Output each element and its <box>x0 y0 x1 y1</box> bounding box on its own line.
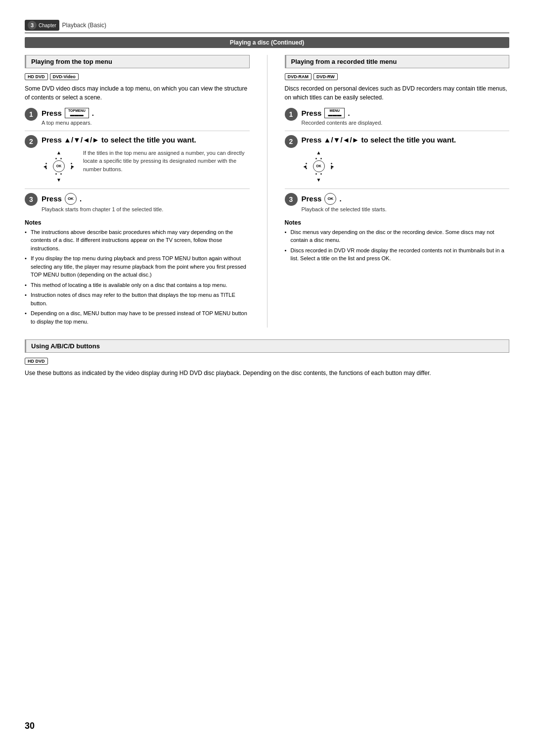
dpad-dot-3 <box>55 173 57 175</box>
step-3-press-word: Press <box>42 194 62 203</box>
left-intro: Some DVD video discs may include a top m… <box>25 84 250 102</box>
right-step-3-period: . <box>339 194 341 203</box>
badge-hd-dvd-bottom: HD DVD <box>25 358 48 365</box>
right-step-2: 2 Press ▲/▼/◄/► to select the title you … <box>285 135 510 184</box>
left-step-2: 2 Press ▲/▼/◄/► to select the title you … <box>25 135 250 184</box>
chapter-label: Chapter <box>39 23 56 28</box>
right-step-num-3: 3 <box>285 193 298 206</box>
right-intro: Discs recorded on personal devices such … <box>285 84 510 102</box>
right-notes-list: Disc menus vary depending on the disc or… <box>285 228 510 263</box>
right-badges: DVD-RAM DVD-RW <box>285 73 510 80</box>
right-dpad-dot-7 <box>331 163 332 164</box>
step-3-ok-button: OK <box>65 193 77 205</box>
bottom-text: Use these buttons as indicated by the vi… <box>25 369 509 378</box>
dpad-diagram: ▲ ▼ ◄ ► OK <box>42 149 76 184</box>
right-dpad-dot-4 <box>320 173 322 175</box>
step-1-press-word: Press <box>42 109 62 117</box>
dpad-dot-1 <box>55 158 57 159</box>
right-notes: Notes Disc menus vary depending on the d… <box>285 219 510 263</box>
dpad-dot-7 <box>71 163 72 164</box>
right-dpad-up: ▲ <box>316 150 321 155</box>
dpad-dot-8 <box>71 168 72 169</box>
chapter-header: 3 Chapter Playback (Basic) <box>25 20 509 33</box>
step-3-content: Press OK . Playback starts from chapter … <box>42 193 250 212</box>
step-1-subtitle: A top menu appears. <box>42 120 250 126</box>
step-3-period: . <box>80 194 82 203</box>
column-divider <box>267 55 267 328</box>
right-step-3-press-word: Press <box>302 194 322 203</box>
badge-dvd-rw: DVD-RW <box>313 73 338 80</box>
step-2-dpad-container: ▲ ▼ ◄ ► OK If <box>42 149 250 184</box>
page-section-title: Playing a disc (Continued) <box>25 37 509 48</box>
right-dpad-dot-6 <box>306 168 307 169</box>
step-3-subtitle: Playback starts from chapter 1 of the se… <box>42 206 250 212</box>
left-badges: HD DVD DVD-Video <box>25 73 250 80</box>
step-num-1: 1 <box>25 108 38 121</box>
right-dpad-dot-2 <box>320 158 322 159</box>
dpad-ok-button: OK <box>53 160 65 172</box>
right-note-1: Disc menus vary depending on the disc or… <box>285 228 510 244</box>
left-notes-title: Notes <box>25 219 250 226</box>
right-dpad-ok: OK <box>313 160 325 172</box>
right-dpad-diagram: ▲ ▼ ◄ ► OK <box>302 149 336 184</box>
right-step-3-subtitle: Playback of the selected title starts. <box>302 206 510 212</box>
page-number: 30 <box>25 721 35 731</box>
left-column: Playing from the top menu HD DVD DVD-Vid… <box>25 55 250 328</box>
right-step-3-ok-button: OK <box>324 193 336 205</box>
step-1-button: TOPMENU ▬▬▬ <box>65 108 89 118</box>
dpad-dot-5 <box>45 163 47 164</box>
dpad-up-arrow: ▲ <box>56 150 61 155</box>
left-notes: Notes The instructions above describe ba… <box>25 219 250 326</box>
left-heading: Playing from the top menu <box>25 55 250 68</box>
badge-hd-dvd: HD DVD <box>25 73 48 80</box>
right-dpad-down: ▼ <box>316 177 321 183</box>
step-1-content: Press TOPMENU ▬▬▬ . A top menu appears. <box>42 108 250 126</box>
bottom-heading: Using A/B/C/D buttons <box>25 339 509 353</box>
right-column: Playing from a recorded title menu DVD-R… <box>285 55 510 328</box>
left-note-4: Instruction notes of discs may refer to … <box>25 291 250 307</box>
step-1-press-line: Press TOPMENU ▬▬▬ . <box>42 108 250 118</box>
step-2-content: Press ▲/▼/◄/► to select the title you wa… <box>42 135 250 184</box>
right-notes-title: Notes <box>285 219 510 226</box>
badge-dvd-ram: DVD-RAM <box>285 73 312 80</box>
left-note-1: The instructions above describe basic pr… <box>25 228 250 253</box>
badge-dvd-video: DVD-Video <box>50 73 79 80</box>
right-dpad-dot-1 <box>315 158 317 159</box>
left-note-3: This method of locating a title is avail… <box>25 281 250 289</box>
left-step-3: 3 Press OK . Playback starts from chapte… <box>25 193 250 212</box>
main-content: Playing from the top menu HD DVD DVD-Vid… <box>25 55 509 328</box>
dpad-down-arrow: ▼ <box>56 177 61 183</box>
chapter-section: Playback (Basic) <box>62 22 106 29</box>
right-step-num-2: 2 <box>285 135 298 148</box>
right-step-2-text: Press ▲/▼/◄/► to select the title you wa… <box>302 135 510 145</box>
left-step-1: 1 Press TOPMENU ▬▬▬ . A top menu appears… <box>25 108 250 126</box>
dpad-dot-2 <box>60 158 62 159</box>
step-num-3: 3 <box>25 193 38 206</box>
right-step-3-content: Press OK . Playback of the selected titl… <box>302 193 510 212</box>
right-dpad-dot-8 <box>331 168 332 169</box>
right-note-2: Discs recorded in DVD VR mode display th… <box>285 246 510 263</box>
chapter-badge: 3 Chapter <box>25 20 59 31</box>
step-2-text: Press ▲/▼/◄/► to select the title you wa… <box>42 135 250 145</box>
step-num-2: 2 <box>25 135 38 148</box>
left-note-2: If you display the top menu during playb… <box>25 254 250 279</box>
right-step-2-content: Press ▲/▼/◄/► to select the title you wa… <box>302 135 510 184</box>
right-step-1-press-line: Press MENU ▬▬▬ . <box>302 108 510 118</box>
right-dpad-dot-5 <box>306 163 307 164</box>
right-step-1-press-word: Press <box>302 109 322 117</box>
bottom-section: Using A/B/C/D buttons HD DVD Use these b… <box>25 339 509 378</box>
dpad-dot-4 <box>60 173 62 175</box>
step-3-press-line: Press OK . <box>42 193 250 205</box>
right-step-1-period: . <box>348 109 350 117</box>
right-step-1-content: Press MENU ▬▬▬ . Recorded contents are d… <box>302 108 510 126</box>
right-step-1-button: MENU ▬▬▬ <box>324 108 345 118</box>
step-2-dpad-note: If the titles in the top menu are assign… <box>83 149 250 174</box>
right-step-3-press-line: Press OK . <box>302 193 510 205</box>
bottom-badges: HD DVD <box>25 358 509 365</box>
chapter-number: 3 <box>28 21 37 30</box>
right-heading: Playing from a recorded title menu <box>285 55 510 68</box>
right-dpad-dot-3 <box>315 173 317 175</box>
right-step-1-subtitle: Recorded contents are displayed. <box>302 120 510 126</box>
right-step-num-1: 1 <box>285 108 298 121</box>
right-step-2-dpad-container: ▲ ▼ ◄ ► OK <box>302 149 510 184</box>
